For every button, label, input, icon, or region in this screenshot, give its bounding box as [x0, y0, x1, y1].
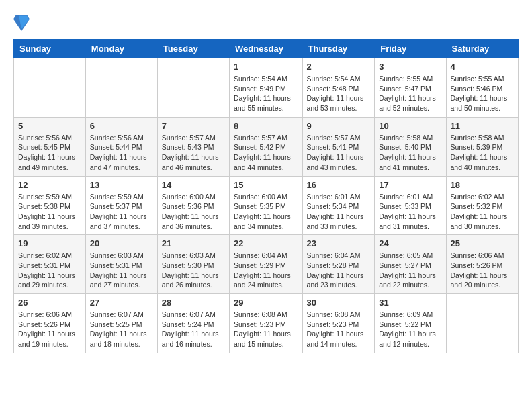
- weekday-header: Thursday: [302, 40, 375, 58]
- calendar-day-cell: 23Sunrise: 6:04 AMSunset: 5:28 PMDayligh…: [302, 235, 375, 294]
- day-info: Sunrise: 6:00 AMSunset: 5:36 PMDaylight:…: [162, 192, 225, 232]
- day-info: Sunrise: 5:55 AMSunset: 5:47 PMDaylight:…: [379, 74, 441, 113]
- day-number: 8: [234, 121, 298, 131]
- day-number: 10: [379, 121, 441, 131]
- day-info: Sunrise: 6:03 AMSunset: 5:31 PMDaylight:…: [90, 250, 153, 290]
- calendar-day-cell: 29Sunrise: 6:08 AMSunset: 5:23 PMDayligh…: [230, 294, 303, 353]
- calendar-day-cell: 31Sunrise: 6:09 AMSunset: 5:22 PMDayligh…: [375, 294, 446, 353]
- calendar-day-cell: [14, 58, 86, 118]
- day-number: 17: [379, 180, 441, 190]
- day-number: 30: [307, 298, 371, 308]
- day-info: Sunrise: 5:58 AMSunset: 5:40 PMDaylight:…: [379, 133, 441, 173]
- calendar-day-cell: 27Sunrise: 6:07 AMSunset: 5:25 PMDayligh…: [85, 294, 157, 353]
- calendar-week-row: 26Sunrise: 6:06 AMSunset: 5:26 PMDayligh…: [14, 294, 519, 353]
- calendar-day-cell: 3Sunrise: 5:55 AMSunset: 5:47 PMDaylight…: [375, 58, 446, 118]
- day-info: Sunrise: 5:54 AMSunset: 5:48 PMDaylight:…: [307, 74, 371, 113]
- day-info: Sunrise: 5:59 AMSunset: 5:38 PMDaylight:…: [18, 192, 81, 232]
- day-info: Sunrise: 6:01 AMSunset: 5:34 PMDaylight:…: [307, 192, 371, 232]
- calendar-day-cell: 30Sunrise: 6:08 AMSunset: 5:23 PMDayligh…: [302, 294, 375, 353]
- day-info: Sunrise: 6:05 AMSunset: 5:27 PMDaylight:…: [379, 250, 441, 290]
- page-header: [13, 13, 519, 32]
- day-number: 23: [307, 238, 371, 248]
- calendar-table: SundayMondayTuesdayWednesdayThursdayFrid…: [13, 39, 519, 353]
- calendar-day-cell: 28Sunrise: 6:07 AMSunset: 5:24 PMDayligh…: [157, 294, 229, 353]
- calendar-day-cell: 25Sunrise: 6:06 AMSunset: 5:26 PMDayligh…: [446, 235, 518, 294]
- day-number: 25: [451, 238, 514, 248]
- day-number: 21: [162, 238, 225, 248]
- day-number: 6: [90, 121, 153, 131]
- day-info: Sunrise: 6:09 AMSunset: 5:22 PMDaylight:…: [379, 310, 441, 349]
- calendar-day-cell: 18Sunrise: 6:02 AMSunset: 5:32 PMDayligh…: [446, 176, 518, 235]
- day-info: Sunrise: 5:57 AMSunset: 5:41 PMDaylight:…: [307, 133, 371, 173]
- day-number: 31: [379, 298, 441, 308]
- calendar-day-cell: 21Sunrise: 6:03 AMSunset: 5:30 PMDayligh…: [157, 235, 229, 294]
- day-info: Sunrise: 5:58 AMSunset: 5:39 PMDaylight:…: [451, 133, 514, 173]
- calendar-day-cell: 11Sunrise: 5:58 AMSunset: 5:39 PMDayligh…: [446, 117, 518, 176]
- day-info: Sunrise: 6:02 AMSunset: 5:31 PMDaylight:…: [18, 250, 81, 290]
- calendar-day-cell: 20Sunrise: 6:03 AMSunset: 5:31 PMDayligh…: [85, 235, 157, 294]
- calendar-day-cell: 7Sunrise: 5:57 AMSunset: 5:43 PMDaylight…: [157, 117, 229, 176]
- calendar-day-cell: 12Sunrise: 5:59 AMSunset: 5:38 PMDayligh…: [14, 176, 86, 235]
- day-number: 18: [451, 180, 514, 190]
- calendar-day-cell: 5Sunrise: 5:56 AMSunset: 5:45 PMDaylight…: [14, 117, 86, 176]
- day-number: 11: [451, 121, 514, 131]
- calendar-week-row: 19Sunrise: 6:02 AMSunset: 5:31 PMDayligh…: [14, 235, 519, 294]
- day-number: 2: [307, 62, 371, 72]
- day-info: Sunrise: 6:02 AMSunset: 5:32 PMDaylight:…: [451, 192, 514, 232]
- weekday-header: Saturday: [446, 40, 518, 58]
- day-info: Sunrise: 6:08 AMSunset: 5:23 PMDaylight:…: [307, 310, 371, 349]
- day-number: 24: [379, 238, 441, 248]
- calendar-day-cell: 14Sunrise: 6:00 AMSunset: 5:36 PMDayligh…: [157, 176, 229, 235]
- day-info: Sunrise: 6:08 AMSunset: 5:23 PMDaylight:…: [234, 310, 298, 349]
- weekday-header: Tuesday: [157, 40, 229, 58]
- calendar-day-cell: 22Sunrise: 6:04 AMSunset: 5:29 PMDayligh…: [230, 235, 303, 294]
- day-info: Sunrise: 6:06 AMSunset: 5:26 PMDaylight:…: [451, 250, 514, 290]
- day-info: Sunrise: 5:59 AMSunset: 5:37 PMDaylight:…: [90, 192, 153, 232]
- day-info: Sunrise: 6:01 AMSunset: 5:33 PMDaylight:…: [379, 192, 441, 232]
- calendar-day-cell: 6Sunrise: 5:56 AMSunset: 5:44 PMDaylight…: [85, 117, 157, 176]
- day-info: Sunrise: 6:04 AMSunset: 5:28 PMDaylight:…: [307, 250, 371, 290]
- day-info: Sunrise: 6:06 AMSunset: 5:26 PMDaylight:…: [18, 310, 81, 349]
- calendar-day-cell: [85, 58, 157, 118]
- day-info: Sunrise: 5:57 AMSunset: 5:43 PMDaylight:…: [162, 133, 225, 173]
- day-number: 4: [451, 62, 514, 72]
- day-number: 9: [307, 121, 371, 131]
- weekday-header: Sunday: [14, 40, 86, 58]
- day-number: 29: [234, 298, 298, 308]
- calendar-day-cell: 17Sunrise: 6:01 AMSunset: 5:33 PMDayligh…: [375, 176, 446, 235]
- day-number: 16: [307, 180, 371, 190]
- day-number: 22: [234, 238, 298, 248]
- day-info: Sunrise: 6:04 AMSunset: 5:29 PMDaylight:…: [234, 250, 298, 290]
- calendar-week-row: 5Sunrise: 5:56 AMSunset: 5:45 PMDaylight…: [14, 117, 519, 176]
- calendar-day-cell: 16Sunrise: 6:01 AMSunset: 5:34 PMDayligh…: [302, 176, 375, 235]
- calendar-day-cell: 15Sunrise: 6:00 AMSunset: 5:35 PMDayligh…: [230, 176, 303, 235]
- calendar-day-cell: 8Sunrise: 5:57 AMSunset: 5:42 PMDaylight…: [230, 117, 303, 176]
- day-info: Sunrise: 6:07 AMSunset: 5:25 PMDaylight:…: [90, 310, 153, 349]
- day-number: 14: [162, 180, 225, 190]
- day-number: 26: [18, 298, 81, 308]
- weekday-header: Wednesday: [230, 40, 303, 58]
- calendar-day-cell: 10Sunrise: 5:58 AMSunset: 5:40 PMDayligh…: [375, 117, 446, 176]
- day-number: 3: [379, 62, 441, 72]
- day-number: 15: [234, 180, 298, 190]
- calendar-day-cell: 9Sunrise: 5:57 AMSunset: 5:41 PMDaylight…: [302, 117, 375, 176]
- weekday-header: Friday: [375, 40, 446, 58]
- day-number: 28: [162, 298, 225, 308]
- calendar-day-cell: 1Sunrise: 5:54 AMSunset: 5:49 PMDaylight…: [230, 58, 303, 118]
- logo: [13, 13, 32, 32]
- day-info: Sunrise: 6:07 AMSunset: 5:24 PMDaylight:…: [162, 310, 225, 349]
- calendar-week-row: 1Sunrise: 5:54 AMSunset: 5:49 PMDaylight…: [14, 58, 519, 118]
- day-number: 12: [18, 180, 81, 190]
- day-info: Sunrise: 6:00 AMSunset: 5:35 PMDaylight:…: [234, 192, 298, 232]
- calendar-day-cell: 24Sunrise: 6:05 AMSunset: 5:27 PMDayligh…: [375, 235, 446, 294]
- day-info: Sunrise: 5:56 AMSunset: 5:44 PMDaylight:…: [90, 133, 153, 173]
- logo-icon: [13, 13, 30, 32]
- day-number: 5: [18, 121, 81, 131]
- calendar-body: 1Sunrise: 5:54 AMSunset: 5:49 PMDaylight…: [14, 58, 519, 353]
- day-number: 7: [162, 121, 225, 131]
- calendar-day-cell: [157, 58, 229, 118]
- day-info: Sunrise: 5:57 AMSunset: 5:42 PMDaylight:…: [234, 133, 298, 173]
- day-info: Sunrise: 6:03 AMSunset: 5:30 PMDaylight:…: [162, 250, 225, 290]
- calendar-day-cell: [446, 294, 518, 353]
- calendar-header-row: SundayMondayTuesdayWednesdayThursdayFrid…: [14, 40, 519, 58]
